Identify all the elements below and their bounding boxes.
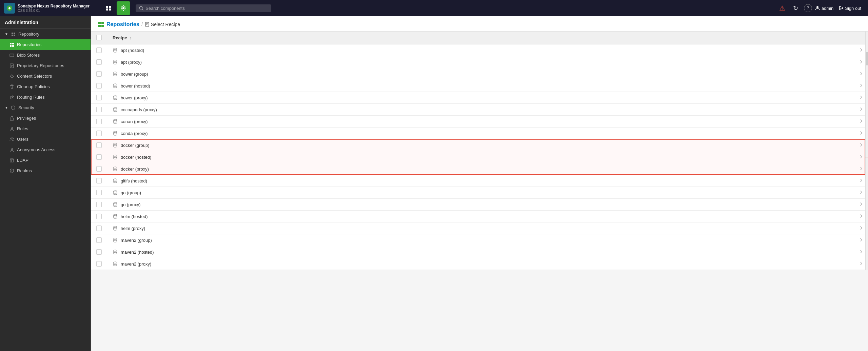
table-row[interactable]: conda (proxy)	[91, 128, 868, 139]
svg-point-25	[11, 127, 13, 129]
repository-icon	[11, 32, 16, 37]
ldap-icon	[9, 158, 14, 163]
sidebar-item-anonymous-access[interactable]: Anonymous Access	[0, 144, 91, 155]
row-label-cell: docker (proxy)	[107, 163, 854, 175]
repository-section-label: Repository	[18, 32, 39, 37]
data-table-container: Recipe ↑ apt (hosted)	[91, 32, 868, 270]
svg-rect-33	[98, 22, 101, 24]
table-row[interactable]: docker (hosted)	[91, 151, 868, 163]
svg-point-28	[11, 148, 13, 150]
app-container: Administration ▼ Repository Repositories	[0, 16, 868, 351]
table-row[interactable]: docker (group)	[91, 139, 868, 151]
table-row[interactable]: conan (proxy)	[91, 116, 868, 128]
row-checkbox-cell	[91, 44, 107, 56]
table-row[interactable]: cocoapods (proxy)	[91, 104, 868, 116]
table-row[interactable]: bower (group)	[91, 68, 868, 80]
table-row[interactable]: docker (proxy)	[91, 163, 868, 175]
svg-point-53	[114, 191, 117, 192]
scrollbar-thumb[interactable]	[866, 52, 868, 65]
repositories-icon	[9, 42, 14, 47]
security-icon	[11, 105, 16, 110]
table-header-row: Recipe ↑	[91, 32, 868, 44]
recipe-column-header[interactable]: Recipe ↑	[107, 32, 854, 44]
navbar-right: ⚠ ↻ ? admin Sign out	[777, 3, 864, 14]
sidebar-item-proprietary-repositories[interactable]: Proprietary Repositories	[0, 60, 91, 71]
svg-point-57	[114, 238, 117, 239]
row-label-cell: bower (proxy)	[107, 92, 854, 104]
svg-point-42	[114, 60, 117, 61]
proprietary-repositories-label: Proprietary Repositories	[17, 63, 64, 68]
row-checkbox-cell	[91, 258, 107, 270]
scrollbar-track[interactable]	[865, 32, 868, 270]
search-input[interactable]	[145, 6, 268, 11]
help-button[interactable]: ?	[804, 4, 812, 12]
ldap-label: LDAP	[17, 158, 28, 163]
users-label: Users	[17, 137, 28, 142]
sidebar-item-realms[interactable]: Realms	[0, 165, 91, 176]
warning-button[interactable]: ⚠	[777, 3, 788, 14]
table-row[interactable]: bower (proxy)	[91, 92, 868, 104]
db-icon	[113, 202, 118, 207]
db-icon	[113, 119, 118, 124]
sidebar-item-ldap[interactable]: LDAP	[0, 155, 91, 165]
table-row[interactable]: maven2 (proxy)	[91, 258, 868, 270]
table-row[interactable]: gitlfs (hosted)	[91, 175, 868, 187]
svg-rect-35	[98, 25, 101, 27]
table-row[interactable]: helm (hosted)	[91, 211, 868, 222]
sidebar-section-repository[interactable]: ▼ Repository	[0, 29, 91, 39]
row-label-cell: bower (hosted)	[107, 80, 854, 92]
svg-point-46	[114, 108, 117, 109]
table-row[interactable]: maven2 (hosted)	[91, 246, 868, 258]
sidebar-header: Administration	[0, 16, 91, 29]
browse-button[interactable]	[102, 1, 115, 15]
row-label-cell: bower (group)	[107, 68, 854, 80]
sign-out-button[interactable]: Sign out	[836, 4, 864, 12]
cleanup-policies-icon	[9, 84, 14, 89]
row-checkbox-cell	[91, 151, 107, 163]
svg-rect-4	[109, 8, 111, 11]
row-checkbox-cell	[91, 211, 107, 222]
user-area[interactable]: admin	[815, 5, 833, 11]
users-icon	[9, 137, 14, 142]
svg-rect-34	[101, 22, 104, 24]
row-label-cell: docker (hosted)	[107, 151, 854, 163]
svg-point-5	[122, 7, 124, 9]
sidebar-item-cleanup-policies[interactable]: Cleanup Policies	[0, 81, 91, 92]
table-row[interactable]: go (group)	[91, 187, 868, 199]
table-row[interactable]: apt (hosted)	[91, 44, 868, 56]
sidebar-section-security[interactable]: ▼ Security	[0, 102, 91, 113]
refresh-button[interactable]: ↻	[790, 3, 801, 14]
svg-point-52	[114, 179, 117, 180]
row-label-cell: gitlfs (hosted)	[107, 175, 854, 187]
roles-label: Roles	[17, 126, 28, 131]
sidebar-item-roles[interactable]: Roles	[0, 123, 91, 134]
svg-rect-8	[12, 33, 13, 34]
table-row[interactable]: bower (hosted)	[91, 80, 868, 92]
svg-point-54	[114, 202, 117, 204]
table-row[interactable]: apt (proxy)	[91, 56, 868, 68]
brand: Sonatype Nexus Repository Manager OSS 3.…	[4, 3, 99, 14]
sidebar-item-routing-rules[interactable]: Routing Rules	[0, 92, 91, 102]
chevron-down-icon: ▼	[5, 32, 8, 36]
sidebar-item-users[interactable]: Users	[0, 134, 91, 144]
search-icon	[139, 6, 143, 11]
user-icon	[815, 5, 820, 11]
search-box[interactable]	[136, 4, 271, 12]
row-label-cell: maven2 (proxy)	[107, 258, 854, 270]
table-row[interactable]: go (proxy)	[91, 199, 868, 211]
svg-rect-11	[14, 35, 15, 36]
admin-button[interactable]	[117, 1, 130, 15]
sidebar-item-content-selectors[interactable]: Content Selectors	[0, 71, 91, 81]
sidebar-item-repositories[interactable]: Repositories	[0, 39, 91, 50]
table-row[interactable]: maven2 (group)	[91, 234, 868, 246]
roles-icon	[9, 126, 14, 131]
row-checkbox-cell	[91, 68, 107, 80]
content-selectors-icon	[9, 74, 14, 79]
breadcrumb-repositories[interactable]: Repositories	[106, 21, 139, 27]
sidebar-item-blob-stores[interactable]: Blob Stores	[0, 50, 91, 60]
row-checkbox-cell	[91, 128, 107, 139]
db-icon	[113, 107, 118, 112]
db-icon	[113, 47, 118, 53]
sidebar-item-privileges[interactable]: Privileges	[0, 113, 91, 123]
table-row[interactable]: helm (proxy)	[91, 222, 868, 234]
